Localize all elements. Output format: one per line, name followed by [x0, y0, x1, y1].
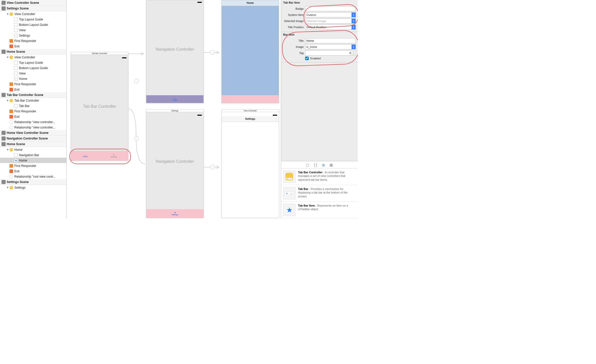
- home-view-controller-scene[interactable]: Home: [221, 0, 279, 103]
- outline-row[interactable]: ▼‹Home: [0, 147, 66, 152]
- tab-label: Home: [172, 99, 177, 101]
- title-position-select[interactable]: Default Position: [305, 25, 356, 30]
- outline-row[interactable]: Tab Bar: [0, 103, 66, 109]
- outline-row[interactable]: ▼View Controller: [0, 55, 66, 60]
- outline-scene-header[interactable]: Settings Scene: [0, 179, 66, 185]
- segue-badge[interactable]: ⟋: [210, 165, 215, 169]
- outline-row[interactable]: Relationship "view controller...: [0, 119, 66, 125]
- tab-label: Settings: [111, 156, 117, 158]
- item-icon: [9, 82, 13, 86]
- disclosure-icon[interactable]: ▼: [6, 186, 9, 189]
- tab-bar-controller-scene[interactable]: Tab Bar Controller Tab Bar Controller ⌂ …: [71, 52, 128, 161]
- storyboard-icon: [2, 131, 6, 135]
- outline-scene-header[interactable]: Home Scene: [0, 49, 66, 55]
- outline-row[interactable]: ‹Settings: [0, 33, 66, 38]
- tag-field[interactable]: [305, 50, 352, 56]
- outline-row[interactable]: View: [0, 71, 66, 76]
- item-icon: [9, 175, 13, 179]
- tag-stepper[interactable]: ▴▾: [352, 50, 356, 56]
- file-template-tab-icon[interactable]: ▢: [306, 163, 309, 167]
- stepper-arrows-icon: [352, 45, 356, 49]
- outline-row[interactable]: ★Home: [0, 158, 66, 163]
- outline-row[interactable]: Top Layout Guide: [0, 17, 66, 22]
- badge-field[interactable]: [305, 6, 356, 11]
- settings-view-controller-scene[interactable]: View Controller Settings: [221, 109, 279, 218]
- object-library-tab-icon[interactable]: ◎: [322, 163, 325, 167]
- item-label: Tab Bar: [19, 104, 29, 108]
- outline-row[interactable]: Exit: [0, 87, 66, 92]
- item-icon: [9, 125, 13, 130]
- outline-row[interactable]: Top Layout Guide: [0, 60, 66, 65]
- outline-row[interactable]: ▼‹Settings: [0, 185, 66, 190]
- segue-badge[interactable]: ⟋: [134, 79, 139, 83]
- outline-row[interactable]: First Responder: [0, 81, 66, 87]
- outline-scene-header[interactable]: Home Scene: [0, 141, 66, 147]
- code-snippet-tab-icon[interactable]: { }: [314, 163, 317, 167]
- disclosure-icon[interactable]: ▼: [6, 148, 9, 151]
- enabled-checkbox[interactable]: [305, 57, 309, 60]
- outline-row[interactable]: ‹Home: [0, 76, 66, 81]
- tab-home[interactable]: ⌂ Home: [71, 151, 100, 160]
- item-label: Exit: [14, 45, 19, 48]
- item-icon: [14, 71, 18, 76]
- selected-image-select[interactable]: Selected Image: [305, 18, 356, 24]
- tab-bar[interactable]: ⌂ Home ⚙ Settings: [71, 151, 128, 160]
- navigation-controller-settings-scene[interactable]: Settings Navigation Controller ⚙ Setting…: [146, 109, 204, 218]
- outline-row[interactable]: First Responder: [0, 163, 66, 168]
- nav-bar: Home: [222, 0, 279, 6]
- outline-scene-header[interactable]: View Controller Scene: [0, 0, 66, 6]
- library-item[interactable]: ★•••Tab Bar Controller - A controller th…: [281, 168, 358, 185]
- tab-label: Home: [83, 156, 88, 157]
- object-library[interactable]: ▢ { } ◎ ▦ ★•••Tab Bar Controller - A con…: [281, 161, 358, 218]
- scene-title-bar: View Controller: [222, 110, 279, 112]
- library-description: Tab Bar Controller - A controller that m…: [298, 170, 356, 183]
- outline-row[interactable]: Bottom Layout Guide: [0, 22, 66, 27]
- segue-badge[interactable]: ⟋: [134, 136, 139, 141]
- storyboard-canvas[interactable]: Tab Bar Controller Tab Bar Controller ⌂ …: [67, 0, 281, 218]
- library-tabs[interactable]: ▢ { } ◎ ▦: [281, 161, 358, 168]
- item-label: View: [19, 72, 26, 75]
- segue-badge[interactable]: ⟋: [210, 50, 215, 55]
- outline-row[interactable]: Navigation Bar: [0, 152, 66, 158]
- outline-scene-header[interactable]: Settings Scene: [0, 6, 66, 11]
- disclosure-icon[interactable]: ▼: [6, 13, 9, 15]
- navigation-controller-home-scene[interactable]: Navigation Controller ⌂ Home: [146, 0, 204, 103]
- outline-row[interactable]: Relationship "root view contr...: [0, 174, 66, 179]
- outline-row[interactable]: Relationship "view controller...: [0, 125, 66, 130]
- disclosure-icon[interactable]: ▼: [6, 99, 9, 102]
- badge-label: Badge: [283, 7, 305, 10]
- outline-row[interactable]: ▼View Controller: [0, 11, 66, 17]
- outline-row[interactable]: View: [0, 27, 66, 33]
- media-library-tab-icon[interactable]: ▦: [330, 163, 333, 167]
- title-field[interactable]: [305, 38, 356, 43]
- outline-row[interactable]: Exit: [0, 114, 66, 119]
- nav-title: Settings: [222, 116, 279, 122]
- document-outline[interactable]: View Controller SceneSettings Scene▼View…: [0, 0, 67, 218]
- scene-title: Home Scene: [7, 50, 25, 53]
- outline-scene-header[interactable]: Home View Controller Scene: [0, 130, 66, 136]
- outline-row[interactable]: First Responder: [0, 38, 66, 44]
- outline-row[interactable]: Exit: [0, 44, 66, 49]
- outline-row[interactable]: Exit: [0, 168, 66, 174]
- item-icon: [14, 66, 18, 70]
- library-item[interactable]: ★Tab Bar Item - Represents an item on a …: [281, 202, 358, 218]
- outline-scene-header[interactable]: Tab Bar Controller Scene: [0, 92, 66, 98]
- outline-row[interactable]: Bottom Layout Guide: [0, 65, 66, 71]
- item-label: View: [19, 28, 26, 32]
- home-icon: ⌂: [85, 154, 86, 156]
- tab-settings[interactable]: ⚙ Settings: [100, 151, 128, 160]
- attributes-inspector[interactable]: Tab Bar Item Badge System Item Custom Se…: [281, 0, 358, 218]
- outline-row[interactable]: ▼Tab Bar Controller: [0, 98, 66, 103]
- system-item-label: System Item: [283, 13, 305, 16]
- item-icon: [14, 153, 18, 157]
- select-value: Custom: [306, 13, 316, 16]
- outline-scene-header[interactable]: Navigation Controller Scene: [0, 136, 66, 141]
- item-icon: [14, 61, 18, 65]
- disclosure-icon[interactable]: ▼: [6, 56, 9, 59]
- library-item[interactable]: ★•••Tab Bar - Provides a mechanism for d…: [281, 185, 358, 202]
- section-header: Tab Bar Item: [281, 0, 358, 6]
- outline-row[interactable]: First Responder: [0, 109, 66, 114]
- status-bar-icon: [273, 115, 277, 116]
- image-select[interactable]: ic_home: [305, 44, 356, 49]
- system-item-select[interactable]: Custom: [305, 12, 356, 17]
